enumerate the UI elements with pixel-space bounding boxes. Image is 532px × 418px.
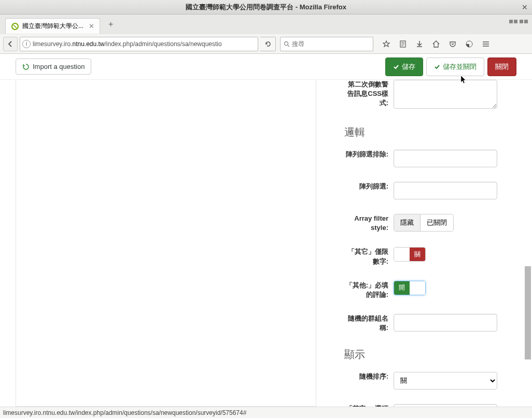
close-button[interactable]: 關閉 [487, 57, 516, 76]
downloads-icon[interactable] [412, 37, 427, 51]
random-order-select[interactable]: 關 [394, 372, 497, 390]
home-icon[interactable] [428, 37, 444, 51]
array-filter-style-toggle[interactable]: 隱藏 已關閉 [394, 214, 454, 232]
search-bar[interactable] [280, 37, 373, 51]
bookmarks-list-icon[interactable] [395, 37, 411, 51]
page-content: Import a question 儲存 儲存並關閉 關閉 第二次倒數警告訊息C… [0, 54, 532, 407]
left-editor-panel [16, 80, 316, 407]
svg-point-1 [285, 41, 288, 45]
other-num-only-switch[interactable]: 關 [394, 247, 426, 262]
toggle-option-hide[interactable]: 隱藏 [394, 214, 420, 231]
reload-button[interactable] [260, 37, 276, 51]
bookmark-star-icon[interactable] [379, 37, 394, 51]
lime-favicon-icon [11, 22, 19, 31]
search-input[interactable] [292, 40, 370, 48]
array-filter-exclude-label: 陣列篩選排除: [344, 150, 394, 159]
pocket-icon[interactable] [445, 37, 460, 51]
tab-close-icon[interactable]: ✕ [89, 22, 94, 30]
array-filter-exclude-input[interactable] [394, 150, 497, 167]
search-icon [284, 41, 290, 47]
back-button[interactable] [3, 37, 18, 51]
css-warning-label: 第二次倒數警告訊息CSS樣式: [344, 80, 394, 108]
notification-icon[interactable] [461, 37, 477, 51]
import-icon [22, 63, 30, 70]
page-scrollbar[interactable] [523, 80, 531, 407]
status-bar: limesurvey.iro.ntnu.edu.tw/index.php/adm… [0, 407, 532, 418]
menu-icon[interactable] [478, 37, 494, 51]
page-action-toolbar: Import a question 儲存 儲存並關閉 關閉 [0, 54, 532, 80]
random-group-label: 隨機的群組名稱: [344, 314, 394, 333]
array-filter-style-label: Array filter style: [344, 214, 394, 233]
display-section-header: 顯示 [344, 348, 521, 362]
other-required-label: 「其他:」必填的評論: [344, 281, 394, 299]
save-button[interactable]: 儲存 [385, 57, 423, 76]
site-info-icon[interactable]: i [22, 40, 31, 48]
browser-tab[interactable]: 國立臺灣師範大學公... ✕ [5, 18, 100, 34]
random-group-input[interactable] [394, 314, 497, 331]
random-order-label: 隨機排序: [344, 372, 394, 381]
window-close-button[interactable]: ✕ [522, 3, 528, 11]
window-title: 國立臺灣師範大學公用問卷調查平台 - Mozilla Firefox [186, 3, 346, 12]
back-arrow-icon [7, 40, 14, 48]
css-warning-textarea[interactable] [394, 80, 497, 109]
logic-section-header: 邏輯 [344, 125, 521, 139]
save-close-button[interactable]: 儲存並關閉 [426, 57, 484, 76]
reload-icon [264, 40, 272, 48]
check-icon [393, 64, 399, 70]
window-titlebar: 國立臺灣師範大學公用問卷調查平台 - Mozilla Firefox ✕ [0, 0, 532, 15]
array-filter-input[interactable] [394, 182, 497, 199]
import-question-button[interactable]: Import a question [16, 59, 91, 75]
tab-bar: 國立臺灣師範大學公... ✕ + [0, 15, 532, 34]
right-settings-panel: 第二次倒數警告訊息CSS樣式: 邏輯 陣列篩選排除: 陣列篩選: Array f… [344, 80, 521, 407]
url-text: limesurvey.iro.ntnu.edu.tw/index.php/adm… [33, 40, 256, 48]
url-bar[interactable]: i limesurvey.iro.ntnu.edu.tw/index.php/a… [20, 37, 258, 51]
browser-toolbar: i limesurvey.iro.ntnu.edu.tw/index.php/a… [0, 34, 532, 54]
array-filter-label: 陣列篩選: [344, 182, 394, 191]
tab-grid-icon[interactable] [509, 20, 528, 29]
toggle-option-closed[interactable]: 已關閉 [421, 214, 453, 231]
status-text: limesurvey.iro.ntnu.edu.tw/index.php/adm… [3, 409, 246, 416]
new-tab-button[interactable]: + [104, 18, 117, 31]
other-num-only-label: 「其它」僅限數字: [344, 247, 394, 266]
tab-title: 國立臺灣師範大學公... [22, 22, 83, 31]
scrollbar-thumb[interactable] [525, 266, 531, 359]
check-icon [434, 64, 440, 70]
other-required-switch[interactable]: 開 [394, 281, 426, 295]
